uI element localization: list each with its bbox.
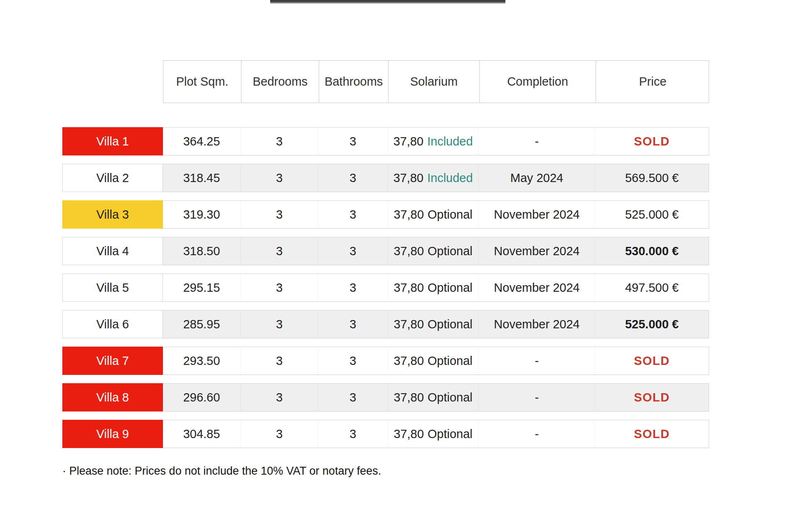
solarium-value: 37,80	[394, 318, 424, 331]
bathrooms-cell: 3	[318, 237, 387, 265]
villa-label-cell: Villa 7	[62, 347, 163, 375]
price-value: SOLD	[634, 135, 670, 148]
table-row: Villa 7 293.50 3 3 37,80 Optional - SOLD	[62, 347, 709, 375]
villa-label-cell: Villa 5	[62, 273, 163, 302]
row-data-area: 318.45 3 3 37,80 Included May 2024 569.5…	[163, 164, 709, 192]
plot-sqm-cell: 319.30	[163, 201, 240, 228]
price-value: 525.000 €	[625, 208, 679, 222]
price-cell: SOLD	[595, 347, 709, 374]
bathrooms-cell: 3	[318, 164, 387, 192]
price-value: 569.500 €	[625, 171, 679, 185]
price-value: 530.000 €	[625, 244, 679, 258]
bathrooms-cell: 3	[318, 347, 387, 374]
bathrooms-cell: 3	[318, 384, 387, 411]
price-cell: 530.000 €	[595, 237, 709, 265]
column-header-bedrooms: Bedrooms	[241, 61, 319, 103]
solarium-value: 37,80	[394, 281, 424, 295]
completion-cell: November 2024	[478, 201, 595, 228]
solarium-status: Optional	[428, 318, 473, 331]
bedrooms-cell: 3	[240, 274, 318, 301]
plot-sqm-cell: 293.50	[163, 347, 240, 374]
price-value: SOLD	[634, 427, 670, 441]
column-header-bathrooms: Bathrooms	[319, 61, 388, 103]
solarium-value: 37,80	[393, 135, 424, 148]
solarium-cell: 37,80 Optional	[387, 201, 478, 228]
solarium-status: Included	[427, 135, 473, 148]
table-row: Villa 8 296.60 3 3 37,80 Optional - SOLD	[62, 383, 709, 411]
solarium-cell: 37,80 Optional	[387, 420, 478, 448]
table-header-row: Plot Sqm. Bedrooms Bathrooms Solarium Co…	[163, 60, 709, 103]
table-row: Villa 2 318.45 3 3 37,80 Included May 20…	[62, 164, 709, 192]
price-cell: 497.500 €	[595, 274, 709, 301]
plot-sqm-cell: 318.50	[163, 237, 240, 265]
villa-label-cell: Villa 2	[62, 164, 163, 192]
bedrooms-cell: 3	[240, 128, 318, 155]
bedrooms-cell: 3	[240, 384, 318, 411]
plot-sqm-cell: 296.60	[163, 384, 240, 411]
villa-label-cell: Villa 3	[62, 200, 163, 229]
price-cell: 569.500 €	[595, 164, 709, 192]
solarium-status: Optional	[428, 208, 473, 222]
solarium-status: Optional	[428, 281, 473, 295]
solarium-status: Optional	[428, 427, 473, 441]
solarium-value: 37,80	[394, 354, 424, 368]
price-value: 525.000 €	[625, 318, 679, 331]
solarium-value: 37,80	[394, 427, 424, 441]
row-data-area: 285.95 3 3 37,80 Optional November 2024 …	[163, 310, 709, 338]
price-cell: SOLD	[595, 128, 709, 155]
row-data-area: 295.15 3 3 37,80 Optional November 2024 …	[163, 273, 709, 302]
column-header-completion: Completion	[479, 61, 596, 103]
row-data-area: 318.50 3 3 37,80 Optional November 2024 …	[163, 237, 709, 265]
row-data-area: 293.50 3 3 37,80 Optional - SOLD	[163, 347, 709, 375]
row-data-area: 304.85 3 3 37,80 Optional - SOLD	[163, 420, 709, 448]
price-value: 497.500 €	[625, 281, 679, 295]
plot-sqm-cell: 285.95	[163, 310, 240, 338]
price-value: SOLD	[634, 391, 670, 404]
price-cell: SOLD	[595, 384, 709, 411]
solarium-cell: 37,80 Optional	[387, 347, 478, 374]
column-header-solarium: Solarium	[388, 61, 479, 103]
cropped-title-bar-remnant	[270, 0, 505, 4]
completion-cell: November 2024	[478, 310, 595, 338]
table-row: Villa 5 295.15 3 3 37,80 Optional Novemb…	[62, 273, 709, 302]
plot-sqm-cell: 304.85	[163, 420, 240, 448]
price-cell: 525.000 €	[595, 310, 709, 338]
bedrooms-cell: 3	[240, 310, 318, 338]
solarium-status: Optional	[428, 354, 473, 368]
price-value: SOLD	[634, 354, 670, 368]
solarium-cell: 37,80 Included	[387, 164, 478, 192]
bedrooms-cell: 3	[240, 164, 318, 192]
completion-cell: -	[478, 420, 595, 448]
villa-label-cell: Villa 6	[62, 310, 163, 338]
table-row: Villa 6 285.95 3 3 37,80 Optional Novemb…	[62, 310, 709, 338]
bedrooms-cell: 3	[240, 347, 318, 374]
column-header-price: Price	[596, 61, 709, 103]
villa-label-cell: Villa 1	[62, 127, 163, 155]
solarium-status: Included	[427, 171, 473, 185]
solarium-status: Optional	[428, 391, 473, 404]
solarium-status: Optional	[428, 244, 473, 258]
table-row: Villa 1 364.25 3 3 37,80 Included - SOLD	[62, 127, 709, 155]
row-data-area: 296.60 3 3 37,80 Optional - SOLD	[163, 383, 709, 411]
solarium-cell: 37,80 Optional	[387, 237, 478, 265]
completion-cell: -	[478, 384, 595, 411]
completion-cell: November 2024	[478, 237, 595, 265]
bathrooms-cell: 3	[318, 201, 387, 228]
solarium-cell: 37,80 Optional	[387, 384, 478, 411]
villa-label-cell: Villa 9	[62, 420, 163, 448]
bathrooms-cell: 3	[318, 420, 387, 448]
bedrooms-cell: 3	[240, 237, 318, 265]
solarium-cell: 37,80 Included	[387, 128, 478, 155]
solarium-value: 37,80	[394, 208, 424, 222]
villa-label-cell: Villa 4	[62, 237, 163, 265]
solarium-value: 37,80	[394, 244, 424, 258]
completion-cell: November 2024	[478, 274, 595, 301]
plot-sqm-cell: 364.25	[163, 128, 240, 155]
solarium-cell: 37,80 Optional	[387, 274, 478, 301]
solarium-cell: 37,80 Optional	[387, 310, 478, 338]
bedrooms-cell: 3	[240, 420, 318, 448]
completion-cell: -	[478, 128, 595, 155]
price-cell: 525.000 €	[595, 201, 709, 228]
row-data-area: 319.30 3 3 37,80 Optional November 2024 …	[163, 200, 709, 229]
bedrooms-cell: 3	[240, 201, 318, 228]
